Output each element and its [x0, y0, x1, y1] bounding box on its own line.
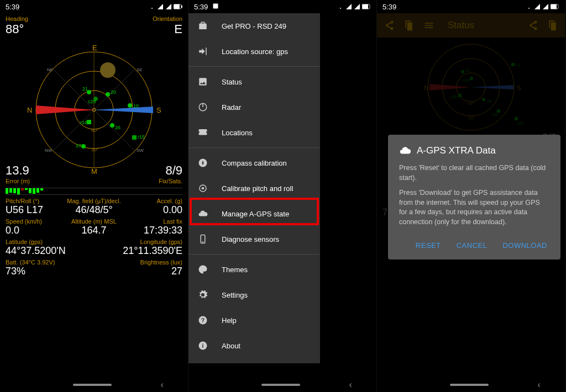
lon-label: Longitude (gps): [94, 239, 182, 245]
menu-label: Diagnose sensors: [222, 235, 279, 243]
navbar: ‹: [377, 378, 565, 392]
menu-label: Status: [222, 78, 242, 86]
nav-back-icon[interactable]: ‹: [349, 380, 352, 390]
nav-back-icon[interactable]: ‹: [538, 380, 541, 390]
menu-themes[interactable]: Themes: [188, 257, 320, 282]
menu-calibrate-pitch[interactable]: Calibrate pitch and roll: [188, 176, 320, 201]
svg-point-33: [110, 123, 114, 128]
nav-home-pill[interactable]: [450, 384, 489, 386]
status-time: 5:39: [382, 3, 396, 11]
svg-point-22: [100, 62, 116, 78]
svg-text:10: 10: [133, 103, 139, 109]
menu-label: Location source: gps: [222, 47, 288, 56]
menu-label: Calibrate pitch and roll: [222, 184, 293, 193]
svg-text:SE: SE: [137, 67, 143, 72]
menu-label: Help: [222, 316, 237, 325]
menu-status[interactable]: Status: [188, 69, 320, 94]
bright-label: Brightness (lux): [94, 259, 182, 266]
battery-icon: [174, 3, 182, 10]
reset-button[interactable]: RESET: [413, 238, 443, 253]
menu-label: Get PRO - RSD 249: [222, 22, 286, 30]
compass-dial: N S 21 c28 r3 r18 26 r16 r15 60° 30°: [391, 38, 551, 137]
signal-icon-2: [542, 3, 549, 10]
accel-label: Accel. (g): [123, 198, 182, 204]
pitchroll-value: U56 L17: [6, 204, 65, 216]
copy-icon[interactable]: [403, 20, 415, 31]
gallery-icon: [212, 3, 219, 9]
magfield-label: Mag. field (μT)/decl.: [65, 198, 124, 204]
svg-point-56: [528, 8, 530, 9]
svg-text:N: N: [424, 84, 428, 91]
svg-point-74: [482, 98, 485, 101]
svg-point-0: [151, 8, 153, 9]
share-icon[interactable]: [384, 20, 395, 31]
cloud-download-icon: [399, 145, 411, 157]
svg-point-27: [106, 92, 110, 97]
status-icons: [526, 3, 559, 10]
svg-text:r3: r3: [516, 62, 520, 67]
svg-rect-41: [213, 3, 218, 8]
svg-text:S: S: [517, 84, 521, 91]
menu-get-pro[interactable]: Get PRO - RSD 249: [188, 13, 320, 39]
svg-rect-70: [511, 63, 515, 66]
dialog-body: Press 'Reset' to clear all cached GPS da…: [399, 163, 549, 227]
svg-point-37: [81, 144, 86, 149]
svg-text:N: N: [27, 106, 32, 114]
compass-area[interactable]: E S M N NE SE SW NW 21 c28 20 10 r18 26 …: [0, 39, 188, 181]
statusbar: 5:39: [188, 0, 376, 13]
svg-text:20: 20: [111, 89, 116, 95]
svg-marker-62: [429, 84, 471, 91]
menu-label: Locations: [222, 129, 253, 137]
help-icon: ?: [197, 315, 208, 326]
menu-icon[interactable]: [423, 20, 434, 31]
svg-rect-58: [551, 4, 557, 9]
svg-text:E: E: [92, 44, 97, 52]
menu-diagnose[interactable]: Diagnose sensors: [188, 226, 320, 252]
wifi-icon: [526, 3, 532, 10]
nav-back-icon[interactable]: ‹: [161, 380, 164, 390]
menu-radar[interactable]: Radar: [188, 94, 320, 120]
pitchroll-label: Pitch/Roll (°): [6, 198, 65, 204]
menu-label: Compass calibration: [222, 159, 287, 167]
svg-marker-12: [36, 105, 94, 114]
exit-icon: [197, 46, 208, 57]
copy-icon[interactable]: [547, 20, 558, 31]
menu-settings[interactable]: Settings: [188, 282, 320, 308]
agps-dialog: A-GPS XTRA Data Press 'Reset' to clear a…: [388, 135, 560, 259]
menu-compass-cal[interactable]: Compass calibration: [188, 150, 320, 176]
menu-locations[interactable]: Locations: [188, 120, 320, 145]
svg-text:60°: 60°: [91, 128, 99, 133]
magfield-value: 46/48/5°: [65, 204, 124, 216]
svg-marker-13: [94, 107, 153, 113]
menu-about[interactable]: i About: [188, 333, 320, 358]
phone-screen-3: 5:39 Status: [377, 0, 565, 392]
lat-value: 44°37.5200'N: [6, 245, 94, 257]
svg-rect-44: [363, 4, 368, 9]
signal-icon-2: [165, 3, 172, 10]
svg-text:NE: NE: [47, 67, 53, 72]
cancel-button[interactable]: CANCEL: [454, 238, 490, 253]
accel-value: 0.00: [123, 204, 182, 216]
svg-marker-63: [471, 85, 513, 89]
svg-text:26: 26: [487, 99, 492, 104]
statusbar: 5:39: [0, 0, 188, 13]
nav-home-pill[interactable]: [261, 384, 300, 386]
altitude-value: 164.7: [65, 225, 124, 236]
download-button[interactable]: DOWNLOAD: [500, 238, 549, 253]
svg-rect-31: [87, 120, 91, 124]
lon-value: 21°11.3590'E: [94, 245, 182, 257]
lat-label: Latitude (gps): [6, 239, 94, 245]
svg-text:26: 26: [115, 125, 120, 130]
cloud-download-icon: [197, 208, 208, 219]
menu-manage-agps[interactable]: Manage A-GPS state: [188, 201, 320, 226]
svg-point-42: [340, 8, 341, 9]
bright-value: 27: [94, 266, 182, 277]
svg-text:21: 21: [465, 68, 470, 73]
nav-home-pill[interactable]: [73, 384, 112, 386]
menu-help[interactable]: ? Help: [188, 308, 320, 333]
svg-text:21: 21: [82, 86, 88, 92]
statusbar: 5:39: [377, 0, 565, 13]
svg-text:NW: NW: [45, 148, 53, 153]
menu-location-source[interactable]: Location source: gps: [188, 39, 320, 64]
share-icon[interactable]: [527, 20, 538, 31]
